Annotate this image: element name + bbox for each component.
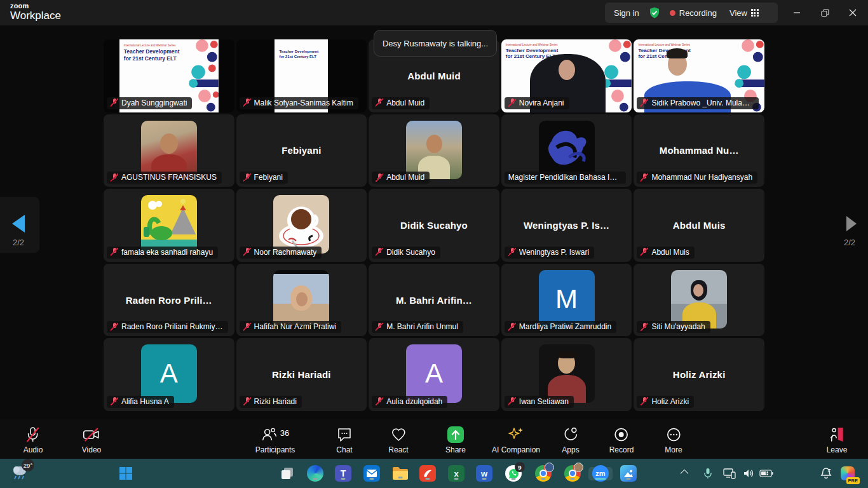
security-shield-icon[interactable] [648, 6, 661, 19]
more-button[interactable]: More [665, 426, 682, 454]
next-page-arrow[interactable] [845, 215, 858, 233]
participant-tile[interactable]: M Mardliya Pratiwi Zamruddin [501, 264, 632, 337]
notification-bell-icon[interactable] [820, 467, 832, 480]
muted-mic-icon [508, 98, 516, 107]
minimize-button[interactable] [783, 0, 811, 25]
participant-name-label: Raden Roro Priliani Rukmiyanti [107, 321, 228, 333]
excel-app[interactable]: x [448, 465, 465, 482]
participant-name-label: Febiyani [240, 172, 288, 184]
muted-mic-icon [243, 248, 251, 256]
person-face [426, 135, 442, 153]
mail-app[interactable] [363, 465, 380, 482]
audio-label: Audio [24, 445, 43, 454]
participants-button[interactable]: 36 Participants [255, 426, 295, 454]
participant-tile[interactable]: Didik Sucahyo Didik Sucahyo [369, 189, 499, 262]
meeting-toolbar: Audio Video 36 Participants Chat [0, 419, 868, 459]
teams-app[interactable]: T [335, 465, 351, 482]
initial-avatar: A [406, 344, 462, 403]
zoom-app-active[interactable]: zm [592, 465, 609, 482]
participant-tile[interactable]: Holiz Arizki Holiz Arizki [634, 338, 764, 411]
participant-tile[interactable]: Abdul Muis Abdul Muis [634, 189, 764, 262]
participant-tile[interactable]: Weningtyas P. Is… Weningtyas P. Iswari [501, 189, 632, 262]
copilot-pre-badge: PRE [846, 477, 860, 484]
word-app[interactable]: w [476, 465, 492, 482]
participant-tile[interactable]: Teacher Development for 21st Century ELT… [236, 39, 367, 112]
participant-tile[interactable]: Siti Mu'ayyadah [634, 264, 764, 337]
share-button[interactable]: Share [445, 426, 466, 454]
participant-name-label: Didik Sucahyo [372, 247, 440, 259]
avatar-initial: A [425, 358, 443, 389]
participant-tile[interactable]: Magister Pendidikan Bahasa Ing… [501, 114, 632, 187]
initial-avatar: M [539, 270, 595, 329]
participant-tile[interactable]: Abdul Muid [369, 114, 499, 187]
participant-tile[interactable]: Noor Rachmawaty [236, 189, 367, 262]
restore-button[interactable] [811, 0, 839, 25]
participant-name-label: Aulia dzulqoidah [372, 396, 447, 408]
participant-tile[interactable]: Febiyani Febiyani [236, 114, 367, 187]
participant-tile[interactable]: Raden Roro Prili… Raden Roro Priliani Ru… [104, 264, 234, 337]
apps-label: Apps [562, 445, 579, 454]
video-button[interactable]: Video [82, 426, 101, 454]
participant-name-label: Dyah Sunggingwati [107, 97, 192, 109]
task-view-button[interactable] [280, 466, 295, 481]
audio-button[interactable]: Audio [24, 426, 43, 454]
chrome-app-1[interactable] [535, 465, 552, 482]
participant-tile[interactable]: A Alifia Husna A [104, 338, 234, 411]
tray-battery-icon[interactable] [759, 470, 773, 477]
ai-companion-button[interactable]: AI Companion [492, 426, 540, 454]
leave-button[interactable]: Leave [827, 426, 848, 454]
close-button[interactable] [839, 0, 867, 25]
record-icon [613, 426, 630, 443]
participant-tile[interactable]: AGUSTINUS FRANSISKUS [104, 114, 234, 187]
weather-widget[interactable]: 29° [11, 464, 32, 483]
apps-button[interactable]: Apps [562, 426, 579, 454]
view-button[interactable]: View [729, 8, 759, 18]
edge-app[interactable] [307, 465, 323, 482]
participant-name-label: Sidik Prabowo _Univ. Mulawar… [637, 97, 758, 109]
share-label: Share [445, 445, 466, 454]
copilot-button[interactable]: PRE [841, 466, 855, 480]
chrome-app-2[interactable] [564, 465, 581, 482]
previous-page-arrow[interactable] [11, 214, 26, 234]
participant-name-label: AGUSTINUS FRANSISKUS [107, 172, 222, 184]
participant-tile[interactable]: International Lecture and Webinar Series… [634, 39, 764, 112]
zoom-workplace-logo: zoom Workplace [10, 3, 61, 21]
tray-volume-icon[interactable] [743, 468, 754, 478]
photos-app[interactable] [620, 465, 637, 482]
hidden-icons-chevron[interactable] [682, 471, 688, 477]
view-grid-icon [751, 9, 759, 17]
muted-camera-large-icon [83, 426, 100, 443]
logo-workplace-text: Workplace [10, 10, 61, 21]
tray-cast-icon[interactable] [723, 468, 736, 479]
participant-tile[interactable]: M. Bahri Arifin… M. Bahri Arifin Unmul [369, 264, 499, 337]
participant-name-label: Holiz Arizki [637, 396, 694, 408]
foxit-pdf-app[interactable] [419, 465, 436, 482]
participant-tile[interactable]: Mohammad Nu… Mohammad Nur Hadiyansyah [634, 114, 764, 187]
participant-tile[interactable]: Hafifah Nur Azmi Pratiwi [236, 264, 367, 337]
avatar-initial: M [555, 284, 578, 315]
participant-name-label: Mardliya Pratiwi Zamruddin [505, 321, 616, 333]
chrome-profile-badge [545, 463, 554, 472]
participant-tile[interactable]: International Lecture and Webinar Series… [104, 39, 234, 112]
slide-title-1: Teacher Development [279, 50, 328, 55]
muted-mic-icon [641, 173, 648, 182]
file-explorer-app[interactable] [392, 466, 409, 480]
recording-label: Recording [679, 8, 717, 18]
participant-gallery: International Lecture and Webinar Series… [104, 39, 764, 411]
view-label: View [729, 8, 747, 18]
participant-tile[interactable]: Iwan Setiawan [501, 338, 632, 411]
start-button[interactable] [118, 466, 133, 481]
record-button[interactable]: Record [609, 426, 634, 454]
participant-tile[interactable]: A Aulia dzulqoidah [369, 338, 499, 411]
react-button[interactable]: React [388, 426, 408, 454]
tray-microphone-icon[interactable] [703, 468, 713, 479]
speaking-toast: Desy Rusmawaty is talking... [374, 30, 497, 57]
participant-tile[interactable]: International Lecture and Webinar Series… [501, 39, 632, 112]
slide-title-2: for 21st Century ELT [279, 55, 328, 60]
sign-in-button[interactable]: Sign in [614, 8, 639, 18]
participant-tile[interactable]: Rizki Hariadi Rizki Hariadi [236, 338, 367, 411]
chat-button[interactable]: Chat [336, 426, 353, 454]
whatsapp-app[interactable]: 9 [505, 465, 522, 482]
participant-tile[interactable]: famala eka sanhadi rahayu [104, 189, 234, 262]
windows-taskbar: 29° Search T [0, 459, 868, 488]
